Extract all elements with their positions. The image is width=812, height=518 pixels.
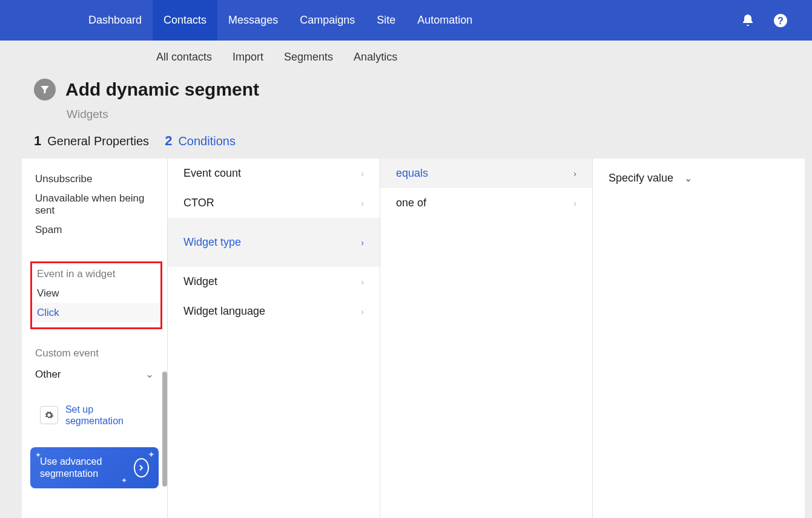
specify-label: Specify value (609, 172, 673, 185)
setup-link-text: Set up segmentation (65, 404, 154, 427)
scrollbar-thumb[interactable] (162, 372, 167, 487)
separator (168, 257, 380, 267)
chevron-down-icon: ⌄ (145, 368, 154, 381)
nav-campaigns[interactable]: Campaigns (289, 0, 366, 41)
tab-label: General Properties (47, 134, 149, 148)
help-icon[interactable]: ? (773, 13, 788, 28)
nav-messages[interactable]: Messages (217, 0, 289, 41)
setup-segmentation-link[interactable]: Set up segmentation (22, 385, 167, 427)
left-panel: Unsubscribe Unavailable when being sent … (22, 159, 168, 518)
sparkle-icon: ✦ (35, 451, 41, 459)
workspace: Unsubscribe Unavailable when being sent … (22, 159, 805, 518)
gear-icon (40, 406, 58, 424)
nav-site[interactable]: Site (366, 0, 406, 41)
separator (168, 218, 380, 228)
sparkle-icon: ✦ (148, 450, 155, 459)
chevron-down-icon: ⌄ (684, 172, 692, 184)
row-label: CTOR (183, 197, 214, 209)
chevron-right-icon: › (361, 238, 364, 248)
page-title: Add dynamic segment (65, 79, 259, 100)
row-label: Widget type (183, 236, 241, 249)
row-label: equals (396, 167, 428, 180)
row-event-count[interactable]: Event count › (168, 159, 380, 188)
item-spam[interactable]: Spam (22, 220, 167, 240)
group-event-in-widget: Event in a widget (32, 263, 160, 284)
chevron-right-icon: › (361, 169, 364, 179)
nav-dashboard[interactable]: Dashboard (78, 0, 153, 41)
tab-conditions[interactable]: 2 Conditions (165, 133, 236, 149)
chevron-right-icon: › (573, 169, 576, 179)
row-ctor[interactable]: CTOR › (168, 188, 380, 218)
item-view[interactable]: View (32, 284, 160, 303)
row-widget-language[interactable]: Widget language › (168, 297, 380, 326)
row-one-of[interactable]: one of › (380, 188, 592, 218)
conditions-column-2: equals › one of › (380, 159, 593, 518)
row-widget-type[interactable]: Widget type › (168, 228, 380, 257)
item-unavailable[interactable]: Unavailable when being sent (22, 189, 167, 220)
dropdown-label: Other (35, 369, 61, 381)
conditions-column-1: Event count › CTOR › Widget type › Widge… (168, 159, 380, 518)
funnel-icon (34, 79, 56, 100)
tab-label: Conditions (178, 134, 236, 148)
row-equals[interactable]: equals › (380, 159, 592, 188)
row-widget[interactable]: Widget › (168, 267, 380, 297)
specify-value-dropdown[interactable]: Specify value ⌄ (593, 159, 805, 198)
item-click[interactable]: Click (32, 303, 160, 323)
sub-nav: All contacts Import Segments Analytics (0, 41, 812, 74)
chevron-right-icon: › (361, 307, 364, 316)
row-label: Widget language (183, 305, 265, 318)
item-unsubscribe[interactable]: Unsubscribe (22, 169, 167, 189)
page-subtitle: Widgets (67, 108, 812, 121)
dropdown-other[interactable]: Other ⌄ (22, 363, 167, 385)
svg-text:?: ? (777, 16, 784, 26)
tab-general-properties[interactable]: 1 General Properties (34, 133, 149, 149)
wizard-tabs: 1 General Properties 2 Conditions (0, 121, 812, 156)
chevron-right-icon: › (573, 198, 576, 208)
group-custom-event: Custom event (22, 329, 167, 363)
tab-number: 2 (165, 133, 172, 149)
subnav-segments[interactable]: Segments (284, 51, 333, 64)
nav-automation[interactable]: Automation (406, 0, 483, 41)
nav-contacts[interactable]: Contacts (153, 0, 217, 41)
chevron-right-icon: › (361, 198, 364, 208)
chevron-right-circle-icon (134, 458, 149, 477)
conditions-column-3: Specify value ⌄ (593, 159, 805, 518)
subnav-analytics[interactable]: Analytics (354, 51, 397, 64)
tab-number: 1 (34, 133, 41, 149)
highlight-annotation: Event in a widget View Click (30, 261, 162, 329)
sparkle-icon: ✦ (121, 476, 127, 485)
chevron-right-icon: › (361, 277, 364, 287)
subnav-import[interactable]: Import (233, 51, 263, 64)
advanced-segmentation-button[interactable]: ✦ ✦ ✦ Use advanced segmentation (30, 447, 159, 488)
top-nav: Dashboard Contacts Messages Campaigns Si… (0, 0, 812, 41)
subnav-all-contacts[interactable]: All contacts (156, 51, 212, 64)
adv-button-label: Use advanced segmentation (40, 456, 134, 480)
row-label: Widget (183, 275, 217, 288)
row-label: one of (396, 197, 426, 209)
row-label: Event count (183, 167, 241, 180)
bell-icon[interactable] (741, 13, 755, 28)
title-bar: Add dynamic segment Widgets (0, 74, 812, 121)
